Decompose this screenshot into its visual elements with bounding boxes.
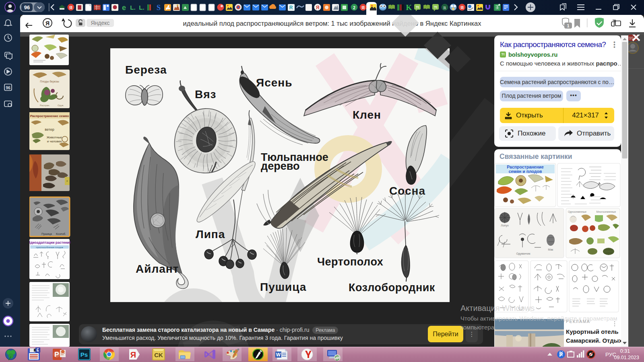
svg-text:Распространение семян: Распространение семян bbox=[30, 114, 69, 118]
svg-text:Животные: Животные bbox=[47, 136, 62, 139]
svg-text:Айлант: Айлант bbox=[136, 263, 179, 275]
svg-text:Козлобородник: Козлобородник bbox=[349, 282, 435, 294]
svg-text:К: К bbox=[66, 180, 68, 182]
svg-text:Пушица: Пушица bbox=[260, 281, 306, 293]
svg-text:L.: L. bbox=[139, 4, 144, 11]
svg-text:Самарский. Отдых: Самарский. Отдых bbox=[566, 337, 621, 344]
svg-text:Ps: Ps bbox=[80, 351, 88, 358]
svg-text:Я: Я bbox=[361, 5, 365, 10]
svg-text:Я: Я bbox=[460, 5, 464, 10]
svg-text:Чертополох: Чертополох bbox=[317, 256, 383, 268]
svg-text:?!: ?! bbox=[434, 5, 438, 9]
svg-text:2: 2 bbox=[353, 6, 355, 10]
svg-text:Пушица: Пушица bbox=[41, 232, 52, 236]
svg-text:09.01.2023: 09.01.2023 bbox=[614, 355, 639, 360]
svg-text:Я: Я bbox=[69, 5, 72, 10]
svg-text:0:31: 0:31 bbox=[620, 348, 630, 354]
svg-text:96: 96 bbox=[6, 85, 10, 90]
svg-text:Многосемянные: Многосемянные bbox=[597, 210, 616, 213]
svg-text:Односемянные: Односемянные bbox=[568, 210, 587, 214]
svg-text:Ясень: Ясень bbox=[256, 76, 292, 89]
svg-text:E: E bbox=[37, 348, 39, 352]
svg-text:96: 96 bbox=[24, 4, 30, 10]
svg-text:ветер: ветер bbox=[45, 128, 54, 132]
svg-text:приспособления плодов: приспособления плодов bbox=[36, 246, 63, 249]
svg-text:Я: Я bbox=[316, 5, 320, 10]
svg-text:S: S bbox=[157, 4, 161, 12]
svg-text:Одув.: Одув. bbox=[58, 104, 64, 107]
svg-text:CK: CK bbox=[154, 352, 163, 358]
svg-text:W: W bbox=[276, 352, 281, 358]
svg-text:Липа: Липа bbox=[196, 228, 225, 241]
svg-text:дерево: дерево bbox=[261, 160, 299, 172]
svg-text:Вяз: Вяз bbox=[195, 88, 216, 101]
svg-text:K: K bbox=[406, 3, 412, 12]
svg-text:Одуванчик: Одуванчик bbox=[516, 252, 531, 255]
svg-text:R: R bbox=[443, 5, 446, 10]
svg-text:?!: ?! bbox=[416, 5, 419, 9]
svg-text:P: P bbox=[54, 351, 59, 358]
svg-text:Мак: Мак bbox=[548, 248, 554, 251]
svg-text:Распран.: Распран. bbox=[40, 104, 50, 107]
svg-text:Клен: Клен bbox=[353, 109, 381, 121]
svg-text:L.: L. bbox=[130, 4, 135, 11]
svg-text:Плоды березы: Плоды березы bbox=[40, 80, 59, 83]
svg-text:Идиоадаптации растений: Идиоадаптации растений bbox=[29, 241, 70, 245]
svg-text:e: e bbox=[122, 4, 126, 12]
svg-text:и человек: и человек bbox=[47, 140, 62, 143]
svg-text:семян и плодов: семян и плодов bbox=[509, 169, 542, 174]
svg-text:Береза: Береза bbox=[125, 64, 167, 76]
svg-text:Лопух: Лопух bbox=[501, 224, 509, 227]
svg-text:Я: Я bbox=[130, 350, 136, 359]
svg-text:Козлоб.: Козлоб. bbox=[56, 232, 66, 235]
svg-text:R: R bbox=[289, 5, 293, 10]
